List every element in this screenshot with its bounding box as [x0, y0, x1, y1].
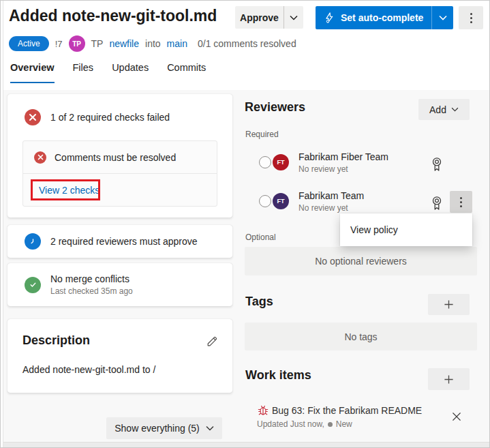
pr-meta-row: Active !7 TP TP newfile into main 0/1 co… [9, 35, 296, 53]
work-item-title[interactable]: Bug 63: Fix the Fabrikam README [272, 405, 422, 416]
checks-card: 1 of 2 required checks failed Comments m… [7, 94, 232, 218]
reviewer-avatar: FT [273, 154, 289, 170]
header: Added note-new-git-tool.md Approve Set a… [3, 1, 489, 90]
plus-icon [444, 299, 454, 310]
chevron-down-icon [451, 107, 459, 112]
check-circle-icon [25, 277, 41, 293]
tags-section-title: Tags [245, 295, 273, 309]
source-branch-link[interactable]: newfile [109, 38, 139, 49]
reviewer-context-menu: View policy [340, 213, 472, 246]
merge-status-title: No merge conflicts [50, 273, 133, 284]
checks-detail-box: Comments must be resolved View 2 checks [22, 140, 217, 207]
pencil-icon [206, 335, 219, 348]
reviewer-more-options-button[interactable] [450, 191, 472, 213]
tab-updates[interactable]: Updates [112, 62, 149, 83]
chevron-down-icon [439, 15, 447, 20]
set-autocomplete-button[interactable]: Set auto-complete [316, 12, 431, 24]
check-item-text: Comments must be resolved [55, 152, 176, 163]
work-items-section-title: Work items [245, 368, 311, 383]
set-autocomplete-label: Set auto-complete [341, 12, 423, 23]
reviewer-name[interactable]: Fabrikam Team [298, 190, 364, 201]
add-reviewer-label: Add [429, 104, 446, 115]
pr-id: !7 [55, 39, 63, 49]
reviewer-status: No review yet [298, 164, 348, 174]
description-title: Description [22, 333, 90, 348]
reviewer-avatar: FT [273, 193, 289, 209]
merge-status-card: No merge conflicts Last checked 35m ago [7, 263, 232, 306]
policy-ribbon-icon [431, 157, 442, 172]
add-tag-button[interactable] [428, 294, 470, 315]
policy-ribbon-icon [431, 196, 442, 211]
tab-bar: Overview Files Updates Commits [10, 62, 206, 83]
remove-work-item-button[interactable] [450, 410, 463, 423]
reviewers-requirement-text: 2 required reviewers must approve [50, 236, 198, 247]
approve-button[interactable]: Approve [235, 12, 284, 23]
add-reviewer-button[interactable]: Add [418, 99, 470, 120]
work-item-state: New [336, 419, 352, 429]
clock-icon [25, 233, 41, 250]
no-optional-reviewers-box: No optional reviewers [245, 247, 477, 275]
check-item: Comments must be resolved [23, 141, 217, 174]
pull-request-page: Added note-new-git-tool.md Approve Set a… [0, 0, 490, 448]
ellipsis-icon [470, 13, 472, 15]
description-body: Added note-new-git-tool.md to / [22, 364, 155, 375]
target-branch-link[interactable]: main [167, 38, 187, 49]
plus-icon [444, 374, 454, 385]
more-options-button[interactable] [459, 6, 483, 29]
close-icon [452, 412, 461, 421]
checks-failed-summary: 1 of 2 required checks failed [25, 109, 170, 125]
view-checks-link[interactable]: View 2 checks [39, 185, 99, 196]
reviewers-section-title: Reviewers [245, 100, 305, 115]
approve-split-button[interactable]: Approve [235, 6, 303, 29]
page-title: Added note-new-git-tool.md [9, 7, 217, 25]
tab-files[interactable]: Files [73, 62, 94, 83]
reviewer-status: No review yet [298, 203, 348, 213]
tab-overview[interactable]: Overview [10, 62, 55, 83]
reviewer-name[interactable]: Fabrikam Fiber Team [298, 151, 388, 162]
autocomplete-dropdown-button[interactable] [431, 6, 453, 29]
reviewer-vote-radio[interactable] [259, 156, 271, 168]
description-card: Description Added note-new-git-tool.md t… [7, 319, 232, 393]
work-item-meta: Updated Just now, New [257, 419, 352, 429]
checks-failed-text: 1 of 2 required checks failed [50, 112, 170, 123]
add-work-item-button[interactable] [428, 368, 470, 390]
work-item-updated: Updated Just now, [257, 419, 324, 429]
bug-icon [258, 404, 269, 416]
autocomplete-split-button[interactable]: Set auto-complete [316, 6, 453, 29]
chevron-down-icon [206, 425, 214, 431]
author-name: TP [91, 38, 104, 49]
status-badge: Active [9, 36, 49, 51]
edit-description-button[interactable] [206, 335, 219, 350]
into-label: into [145, 38, 161, 49]
state-dot-icon [328, 422, 333, 427]
reviewer-vote-radio[interactable] [259, 195, 271, 207]
show-everything-button[interactable]: Show everything (5) [106, 417, 222, 439]
author-avatar: TP [69, 35, 85, 52]
approve-dropdown-button[interactable] [284, 6, 303, 29]
error-x-circle-icon [34, 151, 46, 164]
tab-commits[interactable]: Commits [167, 62, 206, 83]
bottom-strip [3, 442, 489, 448]
reviewers-requirement-card: 2 required reviewers must approve [7, 225, 232, 258]
comments-resolved: 0/1 comments resolved [198, 38, 296, 49]
show-everything-label: Show everything (5) [114, 423, 200, 434]
merge-status-subtitle: Last checked 35m ago [50, 286, 133, 296]
menu-item-view-policy[interactable]: View policy [350, 224, 398, 235]
required-reviewers-label: Required [245, 130, 279, 139]
chevron-down-icon [290, 15, 298, 20]
optional-reviewers-label: Optional [245, 233, 276, 242]
ellipsis-icon [460, 197, 462, 199]
lightning-gear-icon [324, 12, 335, 24]
error-x-circle-icon [25, 109, 41, 125]
no-tags-box: No tags [245, 323, 477, 350]
